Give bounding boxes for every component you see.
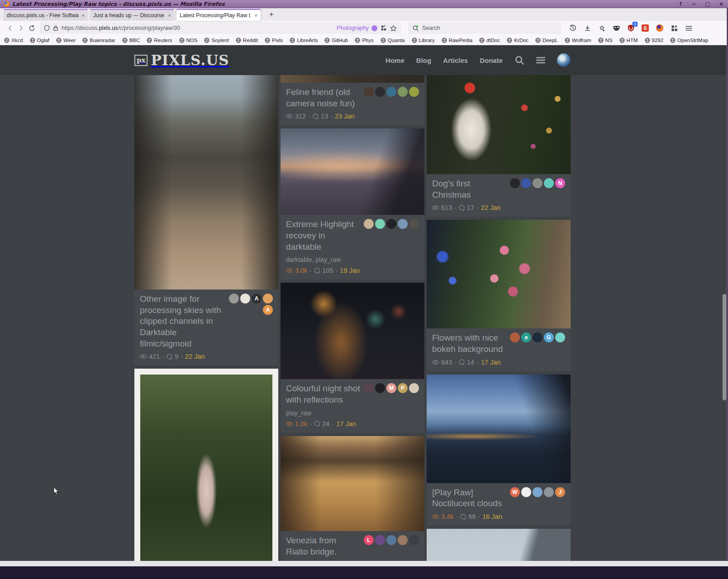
bookmark-item-reuters[interactable]: Reuters — [147, 38, 172, 43]
multi-account-containers-icon[interactable] — [655, 24, 664, 33]
poster-avatar[interactable] — [521, 487, 531, 497]
poster-avatar[interactable]: W — [510, 487, 520, 497]
topic-title[interactable]: Dog’s first Christmas — [432, 178, 506, 200]
poster-avatar[interactable] — [409, 383, 419, 393]
poster-avatar[interactable] — [364, 87, 374, 97]
site-nav-blog[interactable]: Blog — [416, 57, 431, 64]
pocket-save-icon[interactable] — [597, 24, 606, 33]
poster-avatar[interactable] — [533, 487, 542, 497]
ublock-origin-icon[interactable]: 1 — [626, 24, 635, 33]
search-engine-icon[interactable] — [412, 25, 419, 32]
tracking-shield-icon[interactable] — [44, 25, 50, 31]
search-bar[interactable]: Search — [408, 22, 561, 34]
poster-avatar[interactable] — [398, 87, 408, 97]
poster-avatar[interactable] — [409, 219, 419, 229]
bookmark-item-quanta[interactable]: Quanta — [381, 38, 405, 43]
topic-thumbnail[interactable] — [134, 369, 278, 561]
bookmark-item-ns[interactable]: NS — [598, 38, 613, 43]
poster-avatar[interactable] — [364, 383, 374, 393]
poster-avatar[interactable] — [375, 87, 385, 97]
bookmark-item-deepl[interactable]: DeepL — [535, 38, 558, 43]
topic-title[interactable]: [Play Raw] Noctilucent clouds — [432, 487, 506, 509]
poster-avatar[interactable]: M — [386, 383, 396, 393]
bookmark-star-icon[interactable] — [390, 25, 397, 32]
browser-tab-2[interactable]: Just a heads up --- Discourse× — [90, 9, 174, 21]
bookmark-item-reddit[interactable]: Reddit — [236, 38, 258, 43]
topic-thumbnail[interactable] — [134, 75, 278, 290]
bookmark-item-wolfram[interactable]: Wolfram — [565, 38, 591, 43]
url-bar[interactable]: https://discuss.pixls.us/c/processing/pl… — [40, 22, 401, 34]
poster-avatar[interactable] — [386, 87, 396, 97]
poster-avatar[interactable] — [544, 178, 554, 188]
topic-title[interactable]: Extreme Highlight recovey in darktable — [286, 219, 360, 252]
poster-avatar[interactable] — [533, 178, 542, 188]
poster-avatar[interactable] — [533, 332, 542, 342]
forward-button[interactable] — [15, 25, 26, 32]
poster-avatar[interactable]: J — [555, 487, 565, 497]
bookmark-item-krdoc[interactable]: KrDoc — [507, 38, 528, 43]
bookmark-item-bbc[interactable]: BBC — [122, 38, 140, 43]
browser-tab-3[interactable]: Latest Processing/Play Raw t× — [176, 9, 261, 21]
bookmark-item-xkcd[interactable]: Xkcd — [4, 38, 23, 43]
poster-avatar[interactable] — [409, 87, 419, 97]
poster-avatar[interactable] — [409, 535, 419, 545]
poster-avatar[interactable]: P — [398, 383, 408, 393]
new-tab-button[interactable]: + — [266, 10, 276, 19]
bookmark-item-buienradar[interactable]: Buienradar — [82, 38, 115, 43]
topic-thumbnail[interactable] — [281, 436, 424, 531]
extensions-icon[interactable] — [670, 24, 679, 33]
window-titlebar[interactable]: Latest Processing/Play Raw topics - disc… — [0, 0, 728, 8]
minimize-button[interactable]: − — [691, 1, 697, 7]
page-actions-icon[interactable] — [381, 25, 387, 31]
topic-title[interactable]: Flowers with nice bokeh background — [432, 332, 506, 355]
poster-avatar[interactable] — [386, 535, 396, 545]
poster-avatar[interactable] — [398, 219, 408, 229]
poster-avatar[interactable] — [544, 487, 554, 497]
poster-avatar[interactable]: A — [263, 305, 273, 315]
site-search-icon[interactable] — [514, 55, 524, 65]
bookmark-item-github[interactable]: GitHub — [324, 38, 348, 43]
poster-avatar[interactable] — [521, 178, 531, 188]
close-button[interactable]: × — [718, 1, 724, 7]
bookmark-item-phys[interactable]: Phys — [355, 38, 374, 43]
bookmark-item-9292[interactable]: 9292 — [645, 38, 664, 43]
poster-avatar[interactable] — [398, 535, 408, 545]
poster-avatar[interactable]: A — [252, 294, 262, 304]
topic-thumbnail[interactable] — [281, 283, 424, 379]
poster-avatar[interactable] — [229, 294, 239, 304]
maximize-button[interactable]: □ — [704, 1, 711, 7]
topic-title[interactable]: Venezia from Rialto bridge. — [286, 535, 360, 557]
poster-avatar[interactable] — [555, 332, 565, 342]
bookmark-item-librearts[interactable]: LibreArts — [290, 38, 318, 43]
topic-tags[interactable]: play_raw — [286, 409, 419, 417]
poster-avatar[interactable] — [375, 535, 385, 545]
site-hamburger-icon[interactable] — [536, 56, 545, 64]
menu-hamburger-icon[interactable] — [684, 24, 693, 33]
bookmark-item-weer[interactable]: Weer — [56, 38, 76, 43]
topic-thumbnail[interactable] — [427, 529, 571, 561]
bookmark-item-rawpedia[interactable]: RawPedia — [442, 38, 472, 43]
tab-close-icon[interactable]: × — [82, 13, 85, 18]
topic-thumbnail[interactable] — [427, 375, 571, 483]
mask-extension-icon[interactable] — [612, 24, 621, 33]
reload-button[interactable] — [26, 25, 37, 32]
poster-avatar[interactable]: G — [544, 332, 554, 342]
topic-thumbnail[interactable] — [281, 75, 424, 83]
topic-tags[interactable]: darktable, play_raw — [286, 256, 419, 263]
topic-thumbnail[interactable] — [281, 128, 424, 215]
poster-avatar[interactable] — [364, 219, 374, 229]
poster-avatar[interactable] — [386, 219, 396, 229]
poster-avatar[interactable] — [510, 178, 520, 188]
bookmark-item-oglaf[interactable]: Oglaf — [30, 38, 50, 43]
tab-close-icon[interactable]: × — [255, 13, 257, 18]
shade-button[interactable]: ↑ — [677, 1, 684, 7]
site-nav-home[interactable]: Home — [385, 57, 404, 64]
browser-tab-1[interactable]: discuss.pixls.us - Free Softwa× — [4, 9, 88, 21]
topic-thumbnail[interactable] — [427, 220, 571, 328]
poster-avatar[interactable] — [510, 332, 520, 342]
site-nav-donate[interactable]: Donate — [480, 57, 503, 64]
poster-avatar[interactable]: L — [364, 535, 374, 545]
bookmark-item-dtdoc[interactable]: dtDoc — [479, 38, 500, 43]
bookmark-item-htm[interactable]: HTM — [619, 38, 638, 43]
history-icon[interactable] — [568, 24, 577, 33]
